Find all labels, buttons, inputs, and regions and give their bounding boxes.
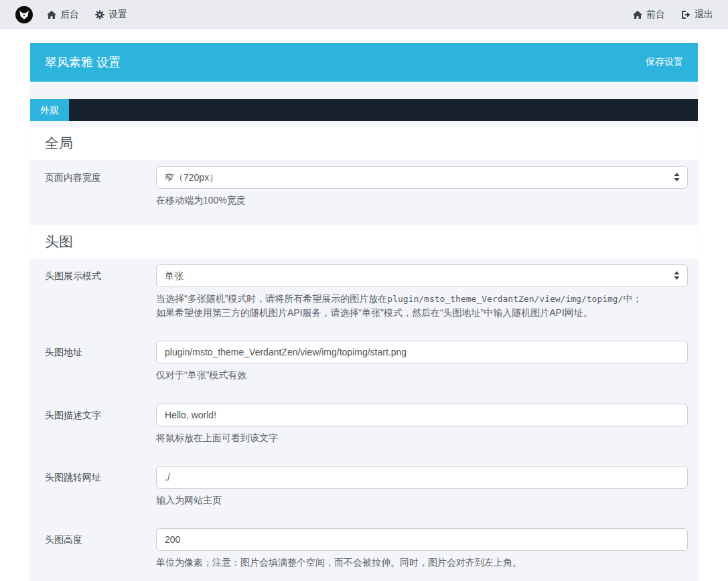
topimg-title-input[interactable]	[156, 404, 688, 426]
page-width-label: 页面内容宽度	[45, 166, 156, 207]
topimg-height-label: 头图高度	[45, 528, 156, 569]
topimg-title-note: 将鼠标放在上面可看到该文字	[156, 431, 688, 444]
topimg-mode-control: 单张 当选择“多张随机”模式时，请将所有希望展示的图片放在plugin/msto…	[156, 264, 688, 319]
field-row-topimg-title: 头图描述文字 将鼠标放在上面可看到该文字	[30, 404, 698, 444]
topimg-mode-note-line1: 当选择“多张随机”模式时，请将所有希望展示的图片放在plugin/msto_th…	[156, 292, 688, 306]
settings-card: 翠风素雅 设置 保存设置 外观 全局 页面内容宽度 窄（720px） 在移动端为…	[30, 43, 698, 581]
topimg-mode-label: 头图展示模式	[45, 264, 156, 319]
tab-bar: 外观	[30, 99, 698, 121]
nav-frontend-label: 前台	[646, 9, 665, 21]
topimg-height-control: 单位为像素；注意：图片会填满整个空间，而不会被拉伸。同时，图片会对齐到左上角。	[156, 528, 688, 569]
nav-settings-link[interactable]: 设置	[95, 9, 127, 21]
topimg-mode-note-line2: 如果希望使用第三方的随机图片API服务，请选择“单张”模式，然后在“头图地址”中…	[156, 306, 688, 319]
topimg-url-note: 仅对于“单张”模式有效	[156, 368, 688, 382]
nav-logout-label: 退出	[695, 9, 713, 21]
topimg-link-control: 输入为网站主页	[156, 466, 688, 507]
field-row-page-width: 页面内容宽度 窄（720px） 在移动端为100%宽度	[30, 166, 698, 207]
page-width-select[interactable]: 窄（720px）	[156, 166, 688, 189]
topimg-url-label: 头图地址	[45, 341, 156, 382]
topimg-link-input[interactable]	[156, 466, 688, 489]
page-width-control: 窄（720px） 在移动端为100%宽度	[156, 166, 688, 207]
tab-appearance-label: 外观	[40, 104, 59, 116]
gear-icon	[95, 10, 104, 19]
nav-right-group: 前台 退出	[617, 9, 713, 21]
home-icon	[633, 10, 642, 19]
save-settings-button[interactable]: 保存设置	[646, 56, 683, 68]
note-text: 中；	[624, 293, 642, 304]
note-code-path: plugin/msto_theme_VerdantZen/view/img/to…	[387, 294, 623, 304]
topimg-link-note: 输入为网站主页	[156, 493, 688, 507]
field-row-topimg-mode: 头图展示模式 单张 当选择“多张随机”模式时，请将所有希望展示的图片放在plug…	[30, 264, 698, 319]
page-width-note: 在移动端为100%宽度	[156, 193, 688, 207]
note-text: 当选择“多张随机”模式时，请将所有希望展示的图片放在	[156, 293, 387, 304]
settings-content: 全局 页面内容宽度 窄（720px） 在移动端为100%宽度 头图 头图展示模式…	[30, 121, 698, 581]
nav-settings-label: 设置	[108, 9, 127, 21]
section-title-global: 全局	[30, 127, 698, 160]
nav-backend-link[interactable]: 后台	[47, 9, 79, 21]
settings-card-header: 翠风素雅 设置 保存设置	[30, 43, 698, 82]
topimg-url-control: 仅对于“单张”模式有效	[156, 341, 688, 382]
tab-appearance[interactable]: 外观	[30, 99, 69, 121]
sign-out-icon	[681, 10, 690, 19]
topimg-height-input[interactable]	[156, 528, 688, 551]
topimg-height-note: 单位为像素；注意：图片会填满整个空间，而不会被拉伸。同时，图片会对齐到左上角。	[156, 556, 688, 569]
field-row-topimg-url: 头图地址 仅对于“单张”模式有效	[30, 341, 698, 382]
home-icon	[47, 10, 56, 19]
nav-frontend-link[interactable]: 前台	[633, 9, 665, 21]
nav-backend-label: 后台	[60, 9, 79, 21]
topimg-mode-select[interactable]: 单张	[156, 264, 688, 287]
nav-logout-link[interactable]: 退出	[681, 9, 713, 21]
topimg-link-label: 头图跳转网址	[45, 466, 156, 507]
section-title-topimg: 头图	[30, 226, 698, 258]
topimg-url-input[interactable]	[156, 341, 688, 363]
field-row-topimg-height: 头图高度 单位为像素；注意：图片会填满整个空间，而不会被拉伸。同时，图片会对齐到…	[30, 528, 698, 569]
page-title: 翠风素雅 设置	[45, 54, 121, 70]
card-header-gap	[30, 82, 698, 99]
topimg-title-label: 头图描述文字	[45, 404, 156, 444]
topimg-title-control: 将鼠标放在上面可看到该文字	[156, 404, 688, 444]
fox-logo-icon[interactable]	[15, 5, 33, 24]
top-nav: 后台 设置 前台 退出	[0, 0, 728, 29]
topimg-mode-note: 当选择“多张随机”模式时，请将所有希望展示的图片放在plugin/msto_th…	[156, 292, 688, 319]
field-row-topimg-link: 头图跳转网址 输入为网站主页	[30, 466, 698, 507]
